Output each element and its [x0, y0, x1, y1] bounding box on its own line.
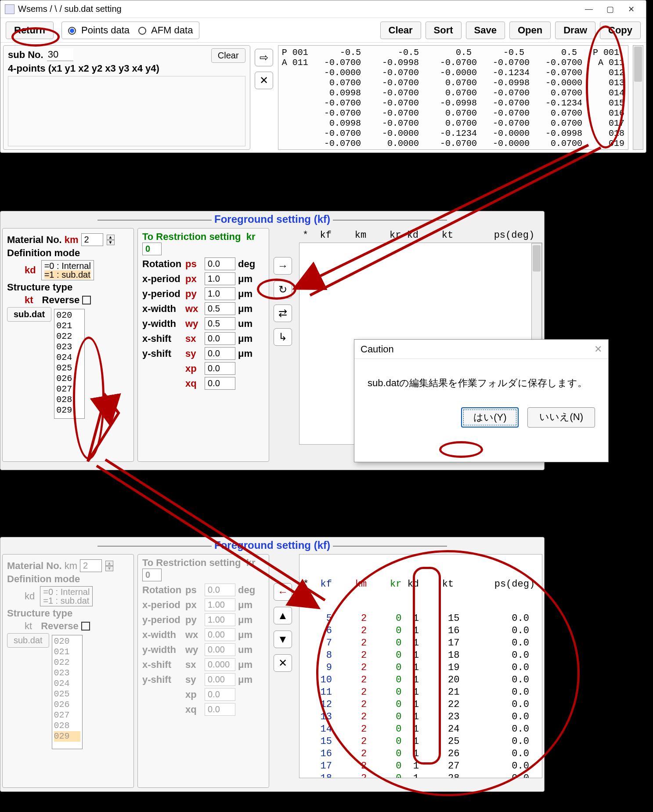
param-input[interactable]: 0.0: [205, 377, 235, 390]
param-input[interactable]: 0.5: [205, 302, 235, 315]
data-table[interactable]: P 001 -0.5 -0.5 0.5 -0.5 0.5 P 001 A 011…: [278, 45, 628, 150]
kt-item[interactable]: 025: [54, 689, 80, 700]
param-label: Rotation: [142, 258, 183, 270]
result-row[interactable]: 6 2 0 1 16 0.0: [303, 625, 538, 637]
param-label: x-width: [142, 303, 183, 315]
pull-button[interactable]: ←: [274, 583, 292, 601]
push-button[interactable]: →: [274, 257, 292, 275]
param-label: x-width: [142, 629, 183, 641]
window-title: Wsems / \ / sub.dat setting: [18, 4, 122, 14]
param-input[interactable]: 1.0: [205, 287, 235, 300]
open-button[interactable]: Open: [509, 22, 551, 39]
app-icon: [5, 4, 14, 14]
caution-no-button[interactable]: いいえ(N): [527, 407, 595, 428]
kt-item[interactable]: 023: [54, 668, 80, 678]
subdat-window: Wsems / \ / sub.dat setting — ▢ ✕ Return…: [0, 0, 646, 153]
titlebar[interactable]: Wsems / \ / sub.dat setting — ▢ ✕: [0, 0, 646, 18]
push-right-button[interactable]: ⇨: [255, 49, 273, 66]
save-button[interactable]: Save: [466, 22, 505, 39]
km-input[interactable]: 2: [81, 233, 103, 246]
km-input-2: 2: [80, 559, 102, 572]
reverse-checkbox[interactable]: [82, 296, 91, 304]
sub-clear-button[interactable]: Clear: [211, 48, 245, 63]
kd-opt1[interactable]: =1 : sub.dat: [44, 270, 91, 279]
caution-yes-button[interactable]: はい(Y): [461, 407, 519, 428]
result-row[interactable]: 17 2 0 1 27 0.0: [303, 760, 538, 772]
kd-opt0[interactable]: =0 : Internal: [44, 261, 91, 270]
param-unit: μm: [238, 333, 257, 344]
return-button[interactable]: Return: [6, 22, 54, 39]
param-input[interactable]: 1.0: [205, 272, 235, 285]
kt-item[interactable]: 027: [54, 710, 80, 721]
result-row[interactable]: 7 2 0 1 17 0.0: [303, 637, 538, 649]
scrollbar[interactable]: [633, 45, 643, 150]
kt-item[interactable]: 026: [54, 700, 80, 710]
sort-button[interactable]: Sort: [426, 22, 462, 39]
result-row[interactable]: 8 2 0 1 18 0.0: [303, 649, 538, 662]
result-row[interactable]: 5 2 0 1 15 0.0: [303, 613, 538, 625]
result-row[interactable]: 18 2 0 1 28 0.0: [303, 772, 538, 778]
param-sym: xp: [185, 363, 202, 374]
param-input: 0.00: [205, 643, 235, 656]
param-input[interactable]: 0.0: [205, 362, 235, 375]
kt-item[interactable]: 029: [54, 731, 80, 742]
enter-button[interactable]: ↳: [274, 328, 292, 346]
up-button[interactable]: ▲: [274, 607, 292, 624]
kt-item[interactable]: 028: [54, 721, 80, 731]
param-label: x-shift: [142, 333, 183, 344]
result-row[interactable]: 9 2 0 1 19 0.0: [303, 662, 538, 674]
points-textarea[interactable]: [8, 76, 245, 146]
caution-dialog: Caution ✕ sub.datの編集結果を作業フォルダに保存します。 はい(…: [354, 339, 609, 462]
result-row[interactable]: 12 2 0 1 22 0.0: [303, 699, 538, 711]
refresh-button[interactable]: ↻: [274, 281, 292, 298]
kt-item[interactable]: 024: [54, 678, 80, 689]
fg-table-header: * kf km kr kd kt ps(deg): [299, 228, 542, 243]
kr-input[interactable]: 0: [142, 243, 162, 255]
result-row[interactable]: 14 2 0 1 24 0.0: [303, 723, 538, 736]
km-spinner[interactable]: ▲▼: [107, 235, 115, 245]
material-panel-dim: Material No. km 2 ▲▼ Definition mode kd …: [2, 554, 134, 788]
data-mode-group: Points data AFM data: [61, 22, 199, 39]
result-row[interactable]: 13 2 0 1 23 0.0: [303, 711, 538, 723]
minimize-button[interactable]: —: [578, 2, 599, 16]
param-input[interactable]: 0.0: [205, 347, 235, 360]
x-button[interactable]: ✕: [274, 654, 292, 672]
result-row[interactable]: 16 2 0 1 26 0.0: [303, 748, 538, 760]
param-unit: um: [238, 318, 257, 330]
kt-list-2[interactable]: 020021022023024025026027028029: [52, 635, 83, 749]
down-button[interactable]: ▼: [274, 631, 292, 648]
result-row[interactable]: 11 2 0 1 21 0.0: [303, 686, 538, 699]
param-input[interactable]: 0.0: [205, 332, 235, 345]
param-input: 0.0: [205, 688, 235, 701]
afm-data-radio[interactable]: AFM data: [138, 25, 193, 36]
fg-result-table[interactable]: * kf km kr kd kt ps(deg) 5 2 0 1 15 0.0 …: [299, 554, 542, 778]
param-unit: μm: [238, 659, 257, 671]
param-input[interactable]: 0.5: [205, 317, 235, 330]
close-button[interactable]: ✕: [621, 2, 642, 16]
transfer-button[interactable]: ⇄: [274, 304, 292, 322]
param-sym: sx: [185, 333, 202, 344]
fourpoints-label: 4-points (x1 y1 x2 y2 x3 y3 x4 y4): [8, 63, 245, 74]
subno-input[interactable]: [47, 48, 73, 61]
fg-title-2: Foreground setting (kf): [214, 539, 330, 551]
kt-list[interactable]: 020 021 022 023 024 025 026 027 028 029: [54, 309, 85, 419]
caution-close-icon[interactable]: ✕: [594, 344, 602, 355]
kt-item[interactable]: 020: [54, 636, 80, 647]
copy-button[interactable]: Copy: [600, 22, 641, 39]
kt-item[interactable]: 021: [54, 647, 80, 657]
param-unit: μm: [238, 273, 257, 285]
kd-options[interactable]: =0 : Internal =1 : sub.dat: [41, 260, 94, 280]
delete-button[interactable]: ✕: [255, 72, 273, 89]
result-row[interactable]: 15 2 0 1 25 0.0: [303, 736, 538, 748]
kt-item[interactable]: 022: [54, 657, 80, 668]
points-data-radio[interactable]: Points data: [68, 25, 130, 36]
struct-label-2: Structure type: [7, 608, 129, 619]
draw-button[interactable]: Draw: [555, 22, 595, 39]
maximize-button[interactable]: ▢: [599, 2, 621, 16]
param-input[interactable]: 0.0: [205, 257, 235, 270]
km-label-2: km: [65, 560, 77, 572]
param-sym: xq: [185, 704, 202, 715]
subdat-button[interactable]: sub.dat: [7, 307, 51, 322]
result-row[interactable]: 10 2 0 1 20 0.0: [303, 674, 538, 686]
clear-button[interactable]: Clear: [380, 22, 421, 39]
